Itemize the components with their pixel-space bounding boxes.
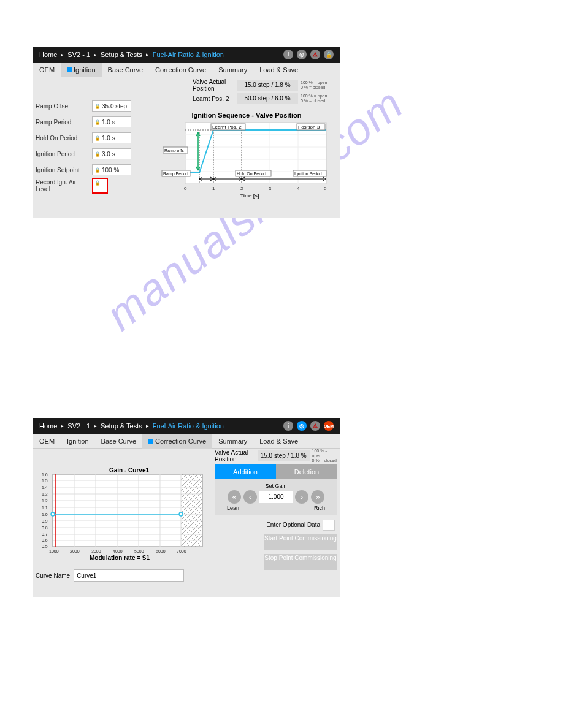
chart-title: Ignition Sequence - Valve Position: [161, 112, 332, 119]
vap-value: 15.0 step / 1.8 %: [258, 450, 310, 461]
tab-base-curve[interactable]: Base Curve: [95, 434, 142, 449]
lock-icon: 🔒: [94, 135, 101, 141]
panel-ignition: Home▸ SV2 - 1▸ Setup & Tests▸ Fuel-Air R…: [33, 47, 340, 218]
chevron-icon: ▸: [61, 51, 64, 58]
ramp-offset-label: Ramp Offset: [36, 103, 92, 110]
svg-text:Modulation rate = S1: Modulation rate = S1: [90, 555, 150, 561]
gain-down-button[interactable]: ‹: [243, 490, 257, 504]
svg-text:0: 0: [184, 186, 187, 191]
crumb-sv2[interactable]: SV2 - 1: [67, 422, 90, 430]
svg-text:4000: 4000: [113, 549, 123, 553]
crumb-page[interactable]: Fuel-Air Ratio & Ignition: [153, 51, 224, 58]
lock-icon[interactable]: 🔒: [324, 50, 334, 59]
crumb-page[interactable]: Fuel-Air Ratio & Ignition: [153, 422, 224, 430]
tab-ignition-label: Ignition: [74, 66, 95, 74]
tab-bar: OEM Ignition Base Curve Correction Curve…: [33, 434, 340, 449]
ignition-setpoint-value[interactable]: 🔒100 %: [92, 164, 131, 175]
oem-icon[interactable]: OEM: [324, 421, 334, 431]
info-icon[interactable]: i: [283, 50, 293, 59]
mode-buttons: Addition Deletion: [215, 464, 337, 479]
crumb-home[interactable]: Home: [39, 422, 57, 430]
lean-label: Lean: [227, 505, 239, 511]
ignition-period-label: Ignition Period: [36, 151, 92, 157]
ramp-offset-value[interactable]: 🔒35.0 step: [92, 100, 131, 112]
ignition-sequence-chart: Ignition Sequence - Valve Position Learn…: [161, 112, 332, 210]
tab-load-save[interactable]: Load & Save: [253, 63, 304, 77]
crumb-setup[interactable]: Setup & Tests: [101, 422, 142, 430]
chart-svg: Gain - Curve1 1.61.5 1.4: [36, 467, 207, 562]
vap-label: Valve Actual Position: [193, 78, 234, 92]
tab-oem[interactable]: OEM: [33, 63, 61, 77]
lock-icon: 🔒: [94, 167, 101, 173]
warning-icon[interactable]: ⚠: [310, 50, 320, 59]
chevron-icon: ▸: [61, 423, 64, 429]
addition-button[interactable]: Addition: [215, 464, 276, 479]
tab-correction-curve[interactable]: Correction Curve: [149, 63, 212, 77]
deletion-button[interactable]: Deletion: [276, 464, 337, 479]
info-icon[interactable]: i: [283, 421, 293, 431]
curve-name-input[interactable]: [74, 569, 184, 582]
hold-on-value[interactable]: 🔒1.0 s: [92, 132, 131, 143]
record-ign-label: Record Ign. Air Level: [36, 179, 92, 192]
svg-text:2000: 2000: [70, 549, 80, 553]
ramp-period-label: Ramp Period: [36, 119, 92, 126]
hold-on-text: 1.0 s: [102, 135, 115, 142]
gain-up-button[interactable]: ›: [295, 490, 308, 504]
vap-legend: 100 % = open0 % = closed: [312, 449, 337, 463]
chart-svg: Learnt Pos. 2 Position 3 Ramp offs Ramp …: [161, 119, 332, 200]
svg-text:Gain - Curve1: Gain - Curve1: [109, 467, 149, 474]
tab-summary[interactable]: Summary: [212, 434, 253, 449]
ramp-period-text: 1.0 s: [102, 119, 115, 126]
tab-bar: OEM Ignition Base Curve Correction Curve…: [33, 63, 340, 77]
optional-data-checkbox[interactable]: [323, 520, 335, 531]
tab-load-save[interactable]: Load & Save: [253, 434, 304, 449]
tab-ignition[interactable]: Ignition: [61, 434, 94, 449]
record-ign-button[interactable]: 🔒: [92, 178, 108, 194]
camera-icon[interactable]: ◎: [297, 50, 307, 59]
svg-text:4: 4: [297, 186, 300, 191]
stop-commissioning-button[interactable]: Stop Point Commissioning: [264, 554, 337, 570]
crumb-sv2[interactable]: SV2 - 1: [67, 51, 90, 58]
gain-down-fast-button[interactable]: «: [228, 490, 241, 504]
start-commissioning-button[interactable]: Start Point Commissioning: [264, 534, 337, 550]
warning-icon[interactable]: ⚠: [310, 421, 320, 431]
gain-controls: Set Gain « ‹ 1.000 › » LeanRich: [215, 479, 337, 515]
ignition-period-text: 3.0 s: [102, 151, 115, 157]
svg-text:1.3: 1.3: [42, 492, 48, 496]
gain-value[interactable]: 1.000: [259, 491, 293, 503]
top-values: Valve Actual Position15.0 step / 1.8 %10…: [193, 78, 334, 105]
tab-base-curve[interactable]: Base Curve: [102, 63, 149, 77]
panel-correction-curve: Home▸ SV2 - 1▸ Setup & Tests▸ Fuel-Air R…: [33, 418, 340, 597]
tab-correction-curve[interactable]: Correction Curve: [142, 434, 212, 449]
lp2-legend: 100 % = open0 % = closed: [301, 94, 334, 104]
crumb-setup[interactable]: Setup & Tests: [101, 51, 142, 58]
right-panel: Valve Actual Position15.0 step / 1.8 %10…: [215, 449, 337, 570]
svg-point-54: [51, 512, 55, 516]
rich-label: Rich: [314, 505, 325, 511]
panel-body: Gain - Curve1 1.61.5 1.4: [33, 449, 340, 597]
params-list: Ramp Offset🔒35.0 step Ramp Period🔒1.0 s …: [36, 98, 158, 194]
svg-text:Ignition Period: Ignition Period: [294, 172, 322, 176]
breadcrumb: Home▸ SV2 - 1▸ Setup & Tests▸ Fuel-Air R…: [33, 418, 340, 434]
gain-up-fast-button[interactable]: »: [311, 490, 324, 504]
gain-curve-chart: Gain - Curve1 1.61.5 1.4: [36, 467, 207, 562]
svg-text:6000: 6000: [156, 549, 166, 553]
svg-text:1: 1: [212, 186, 215, 191]
camera-icon[interactable]: ◎: [297, 421, 307, 431]
svg-text:7000: 7000: [177, 549, 186, 553]
ignition-setpoint-label: Ignition Setpoint: [36, 167, 92, 173]
tab-oem[interactable]: OEM: [33, 434, 61, 449]
ignition-period-value[interactable]: 🔒3.0 s: [92, 148, 131, 159]
set-gain-label: Set Gain: [265, 483, 286, 489]
svg-point-55: [179, 512, 183, 516]
optional-data-row: Enter Optional Data: [215, 520, 337, 531]
chevron-icon: ▸: [94, 51, 97, 58]
svg-text:0.9: 0.9: [42, 519, 48, 523]
svg-text:Time [s]: Time [s]: [240, 193, 259, 199]
crumb-home[interactable]: Home: [39, 51, 57, 58]
tab-summary[interactable]: Summary: [212, 63, 253, 77]
svg-text:0.7: 0.7: [42, 532, 48, 536]
svg-text:0.8: 0.8: [42, 526, 48, 530]
ramp-period-value[interactable]: 🔒1.0 s: [92, 116, 131, 127]
tab-ignition[interactable]: Ignition: [61, 63, 101, 77]
